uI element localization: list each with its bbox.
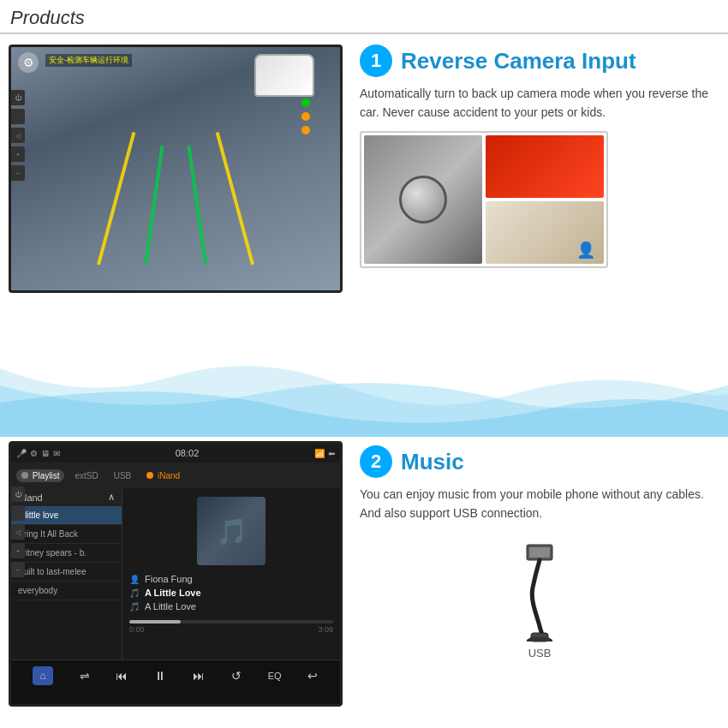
tab-playlist[interactable]: Playlist xyxy=(16,469,64,482)
photo-person-car xyxy=(486,201,604,264)
feature-1-title: Reverse Camera Input xyxy=(401,48,636,75)
sensor-dot-3 xyxy=(301,126,310,134)
next-button[interactable]: ⏭ xyxy=(193,669,205,683)
playlist-header-arrow: ∧ xyxy=(108,492,115,503)
playlist-item-3[interactable]: Built to last-melee xyxy=(11,563,122,582)
feature-1-desc: Automatically turn to back up camera mod… xyxy=(360,84,719,122)
track-info: 👤 Fiona Fung 🎵 A Little Love 🎵 A Little … xyxy=(129,572,333,613)
status-icon-screen: 🖥 xyxy=(41,449,50,458)
camera-bg: 安全-检测车辆运行环境 ⚙ xyxy=(11,47,340,290)
camera-photos-grid xyxy=(360,131,608,268)
feature-2-panel: 2 Music You can enjoy music from your mo… xyxy=(360,441,719,728)
status-icon-back: ⬅ xyxy=(328,449,335,458)
home-button[interactable]: ⌂ xyxy=(33,666,52,685)
progress-start: 0:00 xyxy=(129,625,145,634)
eq-button[interactable]: EQ xyxy=(268,671,282,681)
usb-section: USB xyxy=(360,540,719,659)
progress-background xyxy=(129,620,333,624)
road-line-left xyxy=(97,132,135,266)
track-subtitle: A Little Love xyxy=(145,601,196,612)
repeat-button[interactable]: ↺ xyxy=(231,669,242,683)
side-btn-vol-up[interactable]: + xyxy=(11,543,25,558)
tab-usb[interactable]: USB xyxy=(109,469,137,482)
tab-inand[interactable]: iNand xyxy=(141,469,185,482)
progress-bar[interactable]: 0:00 3:09 xyxy=(129,620,333,634)
music-screen: 🎤 ⚙ 🖥 ✉ 08:02 📶 ⬅ Playlist extSD USB xyxy=(9,441,343,707)
sensor-dot-1 xyxy=(301,98,310,107)
feature-2-number: 2 xyxy=(360,445,392,478)
album-art: 🎵 xyxy=(197,497,266,565)
status-right-icons: 📶 ⬅ xyxy=(314,449,335,458)
progress-end: 3:09 xyxy=(318,625,333,634)
feature-1-title-row: 1 Reverse Camera Input xyxy=(360,45,719,77)
track-title: A Little Love xyxy=(145,588,201,598)
side-buttons: ⏻ ◁ + − xyxy=(11,486,25,577)
status-icon-settings: ⚙ xyxy=(30,449,38,458)
road-line-center-right xyxy=(188,146,207,265)
subtitle-icon: 🎵 xyxy=(129,602,140,612)
music-main-area: iNand ∧ a little love Bring It All Back … xyxy=(11,488,340,659)
camera-side-btn-3[interactable]: ◁ xyxy=(11,128,25,143)
photo-red-car xyxy=(486,135,604,198)
status-bar: 🎤 ⚙ 🖥 ✉ 08:02 📶 ⬅ xyxy=(11,444,340,462)
shuffle-button[interactable]: ⇌ xyxy=(80,669,90,683)
camera-side-btn-4[interactable]: + xyxy=(11,146,25,162)
feature-2-title-row: 2 Music xyxy=(360,445,719,478)
status-left-icons: 🎤 ⚙ 🖥 ✉ xyxy=(16,449,60,458)
camera-settings-icon: ⚙ xyxy=(18,52,39,73)
track-subtitle-row: 🎵 A Little Love xyxy=(129,600,333,613)
artist-icon: 👤 xyxy=(129,575,140,584)
wave-separator xyxy=(0,351,728,437)
camera-side-buttons: ⏻ ◁ + − xyxy=(11,90,25,181)
inand-dot xyxy=(146,472,153,479)
top-section: 安全-检测车辆运行环境 ⚙ ⏻ ◁ + − xyxy=(0,34,728,343)
source-tabs[interactable]: Playlist extSD USB iNand xyxy=(11,462,340,488)
play-pause-button[interactable]: ⏸ xyxy=(154,669,166,683)
bottom-section: 🎤 ⚙ 🖥 ✉ 08:02 📶 ⬅ Playlist extSD USB xyxy=(0,437,728,728)
prev-button[interactable]: ⏮ xyxy=(116,669,128,683)
playlist-item-4[interactable]: everybody xyxy=(11,582,122,600)
photo-knob xyxy=(364,135,482,264)
sensor-dot-2 xyxy=(301,112,310,121)
svg-rect-1 xyxy=(529,547,550,558)
playlist-item-0[interactable]: a little love xyxy=(11,506,122,525)
music-playlist: iNand ∧ a little love Bring It All Back … xyxy=(11,488,122,659)
feature-2-desc: You can enjoy music from your mobile pho… xyxy=(360,485,719,523)
camera-side-btn-2[interactable] xyxy=(11,109,25,124)
camera-screen: 安全-检测车辆运行环境 ⚙ ⏻ ◁ + − xyxy=(9,45,343,293)
page-title: Products xyxy=(0,0,728,34)
sensor-dots xyxy=(301,98,310,134)
back-button[interactable]: ↩ xyxy=(307,669,318,683)
track-title-row: 🎵 A Little Love xyxy=(129,586,333,600)
side-btn-2[interactable] xyxy=(11,505,25,521)
usb-label: USB xyxy=(360,647,719,659)
road-line-right xyxy=(216,132,254,266)
progress-fill xyxy=(129,620,181,624)
feature-1-panel: 1 Reverse Camera Input Automatically tur… xyxy=(360,45,719,343)
progress-times: 0:00 3:09 xyxy=(129,625,333,634)
side-btn-back[interactable]: ◁ xyxy=(11,524,25,540)
car-icon xyxy=(254,54,314,97)
road-line-center-left xyxy=(144,146,164,265)
feature-1-number: 1 xyxy=(360,45,392,77)
playlist-item-1[interactable]: Bring It All Back xyxy=(11,525,122,544)
music-player: 🎵 👤 Fiona Fung 🎵 A Little Love 🎵 A Littl… xyxy=(122,488,340,659)
playlist-dot xyxy=(21,472,28,479)
track-artist-row: 👤 Fiona Fung xyxy=(129,572,333,586)
camera-side-btn-5[interactable]: − xyxy=(11,165,25,181)
camera-side-btn-1[interactable]: ⏻ xyxy=(11,90,25,105)
feature-2-title: Music xyxy=(401,449,464,475)
status-time: 08:02 xyxy=(176,448,200,458)
side-btn-vol-down[interactable]: − xyxy=(11,562,25,577)
music-controls: ⌂ ⇌ ⏮ ⏸ ⏭ ↺ EQ ↩ xyxy=(11,659,340,690)
status-icon-msg: ✉ xyxy=(53,449,60,458)
camera-overlay-text: 安全-检测车辆运行环境 xyxy=(45,54,132,67)
status-icon-signal: 📶 xyxy=(314,449,325,458)
playlist-item-2[interactable]: britney spears - b. xyxy=(11,544,122,563)
title-icon: 🎵 xyxy=(129,588,140,598)
playlist-header: iNand ∧ xyxy=(11,488,122,506)
status-icon-mic: 🎤 xyxy=(16,449,27,458)
tab-extsd[interactable]: extSD xyxy=(69,469,103,482)
side-btn-power[interactable]: ⏻ xyxy=(11,486,25,502)
track-artist: Fiona Fung xyxy=(145,574,193,584)
